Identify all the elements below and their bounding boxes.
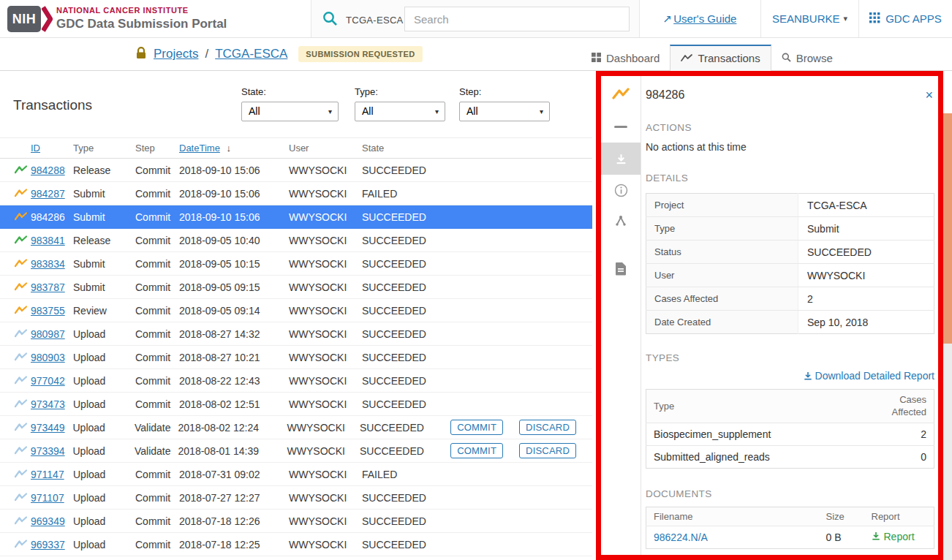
table-row[interactable]: 973449 Upload Validate 2018-08-02 12:24 … bbox=[0, 416, 592, 439]
transaction-id-link[interactable]: 977042 bbox=[31, 375, 65, 387]
transaction-id-link[interactable]: 971107 bbox=[31, 492, 64, 504]
cell-state: SUCCEEDED bbox=[362, 515, 453, 527]
transaction-id-link[interactable]: 984286 bbox=[31, 211, 65, 223]
table-row[interactable]: 983841 Release Commit 2018-09-05 10:40 W… bbox=[0, 229, 592, 252]
caret-down-icon: ▾ bbox=[540, 102, 543, 121]
table-row[interactable]: 973394 Upload Validate 2018-08-01 14:39 … bbox=[0, 439, 592, 463]
transaction-id-link[interactable]: 980987 bbox=[31, 328, 65, 340]
filter-step-select[interactable]: All ▾ bbox=[459, 102, 550, 121]
table-row[interactable]: 971147 Upload Commit 2018-07-31 09:02 WW… bbox=[0, 463, 592, 486]
transaction-id-link[interactable]: 984288 bbox=[31, 164, 65, 176]
documents-heading: DOCUMENTS bbox=[646, 488, 934, 499]
user-menu[interactable]: SEANBURKE ▾ bbox=[760, 0, 858, 37]
users-guide-link[interactable]: ↗ User's Guide bbox=[639, 0, 760, 37]
detail-field-row: Cases Affected 2 bbox=[646, 287, 934, 311]
scrollbar-thumb[interactable] bbox=[943, 113, 952, 344]
detail-field-value: SUCCEEDED bbox=[798, 241, 934, 264]
transaction-id-link[interactable]: 983841 bbox=[31, 235, 65, 246]
commit-button[interactable]: COMMIT bbox=[450, 443, 503, 458]
breadcrumb-projects-link[interactable]: Projects bbox=[154, 47, 198, 61]
state-header: State bbox=[362, 143, 453, 154]
filter-type-select[interactable]: All ▾ bbox=[355, 102, 445, 121]
type-row-name: Submitted_aligned_reads bbox=[646, 445, 882, 468]
breadcrumb-project-link[interactable]: TCGA-ESCA bbox=[215, 47, 287, 61]
detail-field-value: Submit bbox=[798, 217, 934, 241]
page-title: Transactions bbox=[13, 97, 92, 113]
transaction-id-link[interactable]: 973473 bbox=[31, 398, 65, 410]
cell-type: Upload bbox=[73, 328, 135, 340]
discard-button[interactable]: DISCARD bbox=[519, 443, 576, 458]
sort-datetime-header[interactable]: DateTime bbox=[179, 143, 220, 154]
table-row[interactable]: 977042 Upload Commit 2018-08-22 12:43 WW… bbox=[0, 369, 592, 393]
cell-datetime: 2018-07-27 12:27 bbox=[179, 492, 289, 504]
gdc-submission-portal: NIH NATIONAL CANCER INSTITUTE GDC Data S… bbox=[0, 0, 952, 560]
table-row[interactable]: 980987 Upload Commit 2018-08-27 14:32 WW… bbox=[0, 322, 592, 346]
table-row[interactable]: 984286 Submit Commit 2018-09-10 15:06 WW… bbox=[0, 205, 592, 229]
username-label: SEANBURKE bbox=[772, 12, 840, 25]
gdc-apps-menu[interactable]: GDC APPS bbox=[858, 0, 952, 37]
filter-state: State: All ▾ bbox=[241, 86, 339, 121]
document-report-link[interactable]: Report bbox=[872, 531, 915, 542]
cell-datetime: 2018-07-18 12:26 bbox=[179, 515, 289, 527]
filter-type: Type: All ▾ bbox=[355, 86, 445, 121]
cell-user: WWYSOCKI bbox=[289, 328, 362, 340]
details-heading: DETAILS bbox=[646, 173, 934, 183]
table-row[interactable]: 983755 Review Commit 2018-09-05 09:14 WW… bbox=[0, 299, 592, 322]
transaction-id-link[interactable]: 980903 bbox=[31, 352, 65, 363]
table-row[interactable]: 969349 Upload Commit 2018-07-18 12:26 WW… bbox=[0, 510, 592, 533]
filter-state-select[interactable]: All ▾ bbox=[241, 102, 339, 121]
transaction-id-link[interactable]: 983755 bbox=[31, 305, 65, 317]
detail-field-label: Status bbox=[646, 241, 798, 264]
cell-actions: COMMITDISCARD bbox=[450, 420, 592, 435]
cell-step: Commit bbox=[135, 328, 179, 340]
apps-grid-icon bbox=[869, 12, 880, 26]
type-row-cases: 2 bbox=[882, 423, 934, 445]
table-row[interactable]: 984287 Submit Commit 2018-09-10 15:06 WW… bbox=[0, 182, 592, 205]
table-row[interactable]: 969337 Upload Commit 2018-07-18 12:25 WW… bbox=[0, 533, 592, 556]
transaction-id-link[interactable]: 983787 bbox=[31, 281, 65, 293]
table-row[interactable]: 983834 Submit Commit 2018-09-05 10:15 WW… bbox=[0, 252, 592, 276]
info-icon[interactable] bbox=[601, 183, 641, 197]
collapse-icon[interactable] bbox=[601, 126, 641, 128]
transaction-id-link[interactable]: 983834 bbox=[31, 258, 65, 270]
transaction-id-link[interactable]: 984287 bbox=[31, 188, 65, 200]
lineage-icon[interactable] bbox=[601, 215, 641, 227]
transaction-type-icon bbox=[15, 515, 27, 527]
close-icon[interactable]: × bbox=[925, 90, 934, 100]
cell-user: WWYSOCKI bbox=[289, 398, 362, 410]
discard-button[interactable]: DISCARD bbox=[519, 420, 576, 435]
transaction-id-link[interactable]: 973449 bbox=[31, 422, 65, 434]
submission-status-badge: SUBMISSION REQUESTED bbox=[298, 46, 422, 62]
table-row[interactable]: 984288 Release Commit 2018-09-10 15:06 W… bbox=[0, 159, 592, 182]
transaction-id-link[interactable]: 969337 bbox=[31, 539, 65, 550]
tab-browse[interactable]: Browse bbox=[771, 46, 843, 70]
types-col-type: Type bbox=[646, 389, 882, 423]
search-input[interactable] bbox=[404, 7, 630, 31]
type-row: Submitted_aligned_reads 0 bbox=[646, 445, 934, 468]
transaction-type-icon bbox=[15, 235, 27, 246]
tab-dashboard[interactable]: Dashboard bbox=[581, 46, 670, 70]
cell-user: WWYSOCKI bbox=[289, 492, 362, 504]
cell-step: Commit bbox=[135, 469, 179, 480]
document-filename-link[interactable]: 986224.N/A bbox=[654, 531, 708, 543]
tab-transactions[interactable]: Transactions bbox=[670, 45, 771, 71]
table-row[interactable]: 973473 Upload Commit 2018-08-02 12:51 WW… bbox=[0, 393, 592, 416]
transaction-type-icon bbox=[15, 398, 27, 410]
cell-user: WWYSOCKI bbox=[289, 539, 362, 550]
cell-type: Upload bbox=[73, 375, 135, 387]
table-row[interactable]: 983787 Submit Commit 2018-09-05 09:15 WW… bbox=[0, 276, 592, 299]
table-row[interactable]: 971107 Upload Commit 2018-07-27 12:27 WW… bbox=[0, 486, 592, 510]
commit-button[interactable]: COMMIT bbox=[450, 420, 503, 435]
table-row[interactable]: 980903 Upload Commit 2018-08-27 10:21 WW… bbox=[0, 346, 592, 369]
download-detailed-report-link[interactable]: Download Detailed Report bbox=[804, 370, 934, 382]
document-icon[interactable] bbox=[601, 262, 641, 276]
cell-datetime: 2018-08-02 12:24 bbox=[178, 422, 287, 434]
transaction-id-link[interactable]: 973394 bbox=[31, 445, 65, 457]
transaction-id-link[interactable]: 969349 bbox=[31, 515, 65, 527]
sort-id-header[interactable]: ID bbox=[31, 143, 40, 154]
transaction-type-icon bbox=[15, 281, 27, 293]
document-size: 0 B bbox=[826, 526, 864, 548]
transaction-type-icon bbox=[15, 445, 27, 457]
download-icon[interactable] bbox=[601, 143, 641, 175]
transaction-id-link[interactable]: 971147 bbox=[31, 469, 64, 480]
